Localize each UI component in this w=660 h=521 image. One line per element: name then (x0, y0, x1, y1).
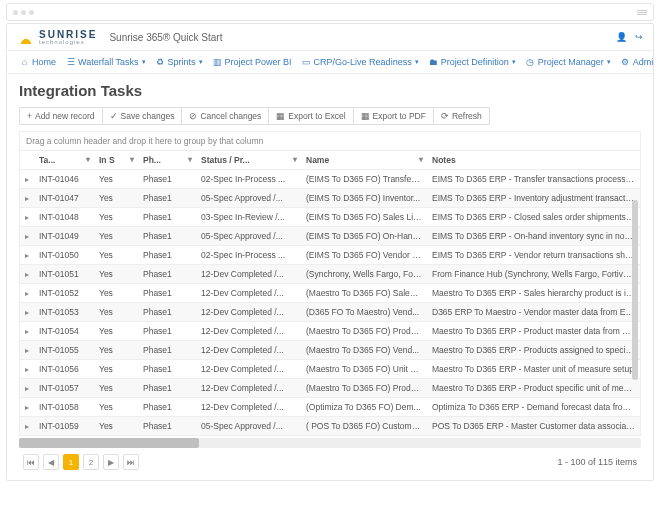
nav-label: Project Definition (441, 57, 509, 67)
cell-notes: Maestro To D365 ERP - Sales hierarchy pr… (427, 284, 640, 303)
expand-icon[interactable]: ▸ (25, 232, 34, 241)
table-row[interactable]: ▸INT-01056YesPhase112-Dev Completed /...… (20, 360, 640, 379)
table-row[interactable]: ▸INT-01055YesPhase112-Dev Completed /...… (20, 341, 640, 360)
horizontal-scrollbar[interactable] (19, 438, 641, 448)
cell-name: (EIMS To D365 FO) Sales Lin... (301, 208, 427, 227)
export-excel-button[interactable]: ▦Export to Excel (268, 107, 353, 125)
logout-icon[interactable]: ↪ (635, 32, 643, 42)
vertical-scrollbar[interactable] (632, 150, 638, 435)
menu-icon[interactable] (637, 10, 647, 15)
cell-phase: Phase1 (138, 379, 196, 398)
table-row[interactable]: ▸INT-01049YesPhase105-Spec Approved /...… (20, 227, 640, 246)
nav-waterfall[interactable]: ☰Waterfall Tasks▾ (63, 55, 149, 69)
expand-icon[interactable]: ▸ (25, 365, 34, 374)
table-row[interactable]: ▸INT-01048YesPhase103-Spec In-Review /..… (20, 208, 640, 227)
filter-icon[interactable]: ▾ (293, 155, 297, 164)
nav-home[interactable]: ⌂Home (17, 55, 59, 69)
cell-notes: Maestro To D365 ERP - Product master dat… (427, 322, 640, 341)
expand-icon[interactable]: ▸ (25, 327, 34, 336)
col-notes[interactable]: Notes (427, 151, 640, 170)
table-row[interactable]: ▸INT-01046YesPhase102-Spec In-Process ..… (20, 170, 640, 189)
cell-status: 12-Dev Completed /... (196, 360, 301, 379)
filter-icon[interactable]: ▾ (86, 155, 90, 164)
expand-icon[interactable]: ▸ (25, 175, 34, 184)
col-name[interactable]: Name▾ (301, 151, 427, 170)
table-row[interactable]: ▸INT-01052YesPhase112-Dev Completed /...… (20, 284, 640, 303)
user-icon[interactable]: 👤 (616, 32, 627, 42)
expand-icon[interactable]: ▸ (25, 251, 34, 260)
export-pdf-button[interactable]: ▦Export to PDF (353, 107, 434, 125)
expand-icon[interactable]: ▸ (25, 289, 34, 298)
expand-icon[interactable]: ▸ (25, 346, 34, 355)
window-controls[interactable] (13, 10, 34, 15)
pager-page-1[interactable]: 1 (63, 454, 79, 470)
cell-phase: Phase1 (138, 246, 196, 265)
expand-icon[interactable]: ▸ (25, 384, 34, 393)
cell-ins: Yes (94, 360, 138, 379)
cell-task: INT-01047 (34, 189, 94, 208)
col-ins[interactable]: In S▾ (94, 151, 138, 170)
cell-notes: EIMS To D365 ERP - Closed sales order sh… (427, 208, 640, 227)
table-row[interactable]: ▸INT-01059YesPhase105-Spec Approved /...… (20, 417, 640, 436)
pager-next[interactable]: ▶ (103, 454, 119, 470)
cell-task: INT-01058 (34, 398, 94, 417)
cell-task: INT-01056 (34, 360, 94, 379)
table-row[interactable]: ▸INT-01050YesPhase102-Spec In-Process ..… (20, 246, 640, 265)
filter-icon[interactable]: ▾ (130, 155, 134, 164)
nav-sprints[interactable]: ♻Sprints▾ (153, 55, 206, 69)
expand-icon[interactable]: ▸ (25, 270, 34, 279)
group-hint[interactable]: Drag a column header and drop it here to… (20, 132, 640, 150)
filter-icon[interactable]: ▾ (188, 155, 192, 164)
scrollbar-thumb[interactable] (632, 200, 638, 380)
table-row[interactable]: ▸INT-01054YesPhase112-Dev Completed /...… (20, 322, 640, 341)
table-row[interactable]: ▸INT-01051YesPhase112-Dev Completed /...… (20, 265, 640, 284)
cell-name: (Optimiza To D365 FO) Dem... (301, 398, 427, 417)
sprint-icon: ♻ (156, 58, 165, 67)
cell-notes: From Finance Hub (Synchrony, Wells Fargo… (427, 265, 640, 284)
cell-phase: Phase1 (138, 360, 196, 379)
table-row[interactable]: ▸INT-01057YesPhase112-Dev Completed /...… (20, 379, 640, 398)
add-button[interactable]: +Add new record (19, 107, 103, 125)
cell-ins: Yes (94, 170, 138, 189)
nav-project-def[interactable]: 🖿Project Definition▾ (426, 55, 519, 69)
nav-project-mgr[interactable]: ◷Project Manager▾ (523, 55, 614, 69)
cell-name: (Maestro To D365 FO) Vend... (301, 341, 427, 360)
btn-label: Save changes (121, 111, 175, 121)
table-row[interactable]: ▸INT-01047YesPhase105-Spec Approved /...… (20, 189, 640, 208)
col-phase[interactable]: Ph...▾ (138, 151, 196, 170)
cancel-button[interactable]: ⊘Cancel changes (181, 107, 269, 125)
filter-icon[interactable]: ▾ (419, 155, 423, 164)
cell-ins: Yes (94, 246, 138, 265)
cell-task: INT-01051 (34, 265, 94, 284)
table-row[interactable]: ▸INT-01053YesPhase112-Dev Completed /...… (20, 303, 640, 322)
cell-task: INT-01053 (34, 303, 94, 322)
cell-ins: Yes (94, 189, 138, 208)
cell-phase: Phase1 (138, 322, 196, 341)
cell-name: (EIMS To D365 FO) Transfers... (301, 170, 427, 189)
expand-icon[interactable]: ▸ (25, 403, 34, 412)
expand-icon[interactable]: ▸ (25, 213, 34, 222)
cell-task: INT-01046 (34, 170, 94, 189)
cell-notes: Maestro To D365 ERP - Product specific u… (427, 379, 640, 398)
nav-crp[interactable]: ▭CRP/Go-Live Readiness▾ (299, 55, 422, 69)
pager-last[interactable]: ⏭ (123, 454, 139, 470)
header-row: Ta...▾ In S▾ Ph...▾ Status / Pr...▾ Name… (20, 151, 640, 170)
col-task[interactable]: Ta...▾ (34, 151, 94, 170)
expand-icon[interactable]: ▸ (25, 194, 34, 203)
table-row[interactable]: ▸INT-01058YesPhase112-Dev Completed /...… (20, 398, 640, 417)
pager-first[interactable]: ⏮ (23, 454, 39, 470)
col-status[interactable]: Status / Pr...▾ (196, 151, 301, 170)
refresh-button[interactable]: ⟳Refresh (433, 107, 490, 125)
pager-prev[interactable]: ◀ (43, 454, 59, 470)
btn-label: Refresh (452, 111, 482, 121)
expand-icon[interactable]: ▸ (25, 308, 34, 317)
nav-powerbi[interactable]: ▥Project Power BI (210, 55, 295, 69)
cell-ins: Yes (94, 398, 138, 417)
nav-admin[interactable]: ⚙Admin▾ (618, 55, 653, 69)
cell-notes: EIMS To D365 ERP - Vendor return transac… (427, 246, 640, 265)
pager-page-2[interactable]: 2 (83, 454, 99, 470)
tasks-icon: ☰ (66, 58, 75, 67)
save-button[interactable]: ✓Save changes (102, 107, 183, 125)
scrollbar-thumb[interactable] (19, 438, 199, 448)
expand-icon[interactable]: ▸ (25, 422, 34, 431)
